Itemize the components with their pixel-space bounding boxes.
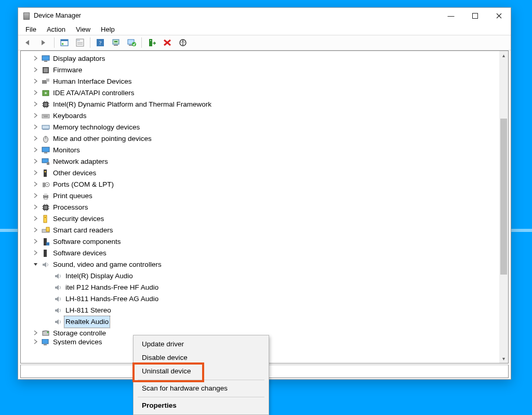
tree-device[interactable]: Realtek Audio [25, 316, 508, 328]
toolbar-show-hidden[interactable] [57, 36, 72, 49]
toolbar-help[interactable]: ? [93, 36, 108, 49]
tree-category[interactable]: Print queues [25, 190, 508, 202]
tree-category[interactable]: Sound, video and game controllers [25, 259, 508, 270]
tree-category-label[interactable]: Network adapters [52, 156, 109, 167]
tree-category-label[interactable]: Other devices [52, 167, 97, 179]
expand-icon[interactable] [32, 55, 39, 62]
menu-action[interactable]: Action [43, 24, 70, 34]
toolbar-delete[interactable] [160, 36, 175, 49]
tree-category-label[interactable]: Keyboards [52, 110, 88, 122]
expand-icon[interactable] [32, 112, 39, 119]
tree-category[interactable]: Ports (COM & LPT) [25, 179, 508, 190]
expand-icon[interactable] [32, 77, 39, 85]
menu-file[interactable]: File [21, 24, 41, 34]
tree-category-label[interactable]: Storage controlle [52, 328, 107, 339]
tree-category[interactable]: Human Interface Devices [25, 76, 508, 87]
toolbar-enable-device[interactable] [109, 36, 123, 49]
toolbar-scan-hardware[interactable] [176, 36, 190, 49]
tree-category-label[interactable]: Monitors [52, 145, 81, 156]
tree-category[interactable]: Intel(R) Dynamic Platform and Thermal Fr… [25, 99, 508, 110]
tree-category-label[interactable]: Security devices [52, 213, 105, 225]
tree-category[interactable]: Smart card readers [25, 225, 508, 236]
expand-icon[interactable] [32, 123, 39, 131]
tree-category[interactable]: IDE ATA/ATAPI controllers [25, 87, 508, 99]
tree-category[interactable]: Software devices [25, 248, 508, 259]
tree-category-label[interactable]: Human Interface Devices [52, 76, 133, 87]
tree-device[interactable]: itel P12 Hands-Free HF Audio [25, 282, 508, 293]
expand-icon[interactable] [32, 203, 39, 211]
tree-category[interactable]: Software components [25, 236, 508, 248]
tree-category[interactable]: Keyboards [25, 110, 508, 122]
maximize-button[interactable] [463, 8, 487, 23]
menu-view[interactable]: View [72, 24, 95, 34]
expand-icon[interactable] [32, 238, 39, 245]
expand-icon[interactable] [32, 180, 39, 188]
expand-icon[interactable] [32, 89, 39, 96]
expand-icon[interactable] [32, 158, 39, 165]
context-menu-item[interactable]: Uninstall device [135, 365, 268, 378]
tree-category-label[interactable]: Smart card readers [52, 225, 114, 236]
toolbar-update-driver[interactable] [124, 36, 139, 49]
expand-icon[interactable] [32, 215, 39, 222]
tree-device[interactable]: LH-811 Hands-Free AG Audio [25, 293, 508, 305]
expand-icon[interactable] [32, 329, 39, 336]
toolbar-forward[interactable] [37, 36, 51, 49]
tree-category[interactable]: Monitors [25, 145, 508, 156]
context-menu-item[interactable]: Update driver [135, 338, 268, 351]
collapse-icon[interactable] [32, 261, 39, 268]
tree-category-label[interactable]: Memory technology devices [52, 122, 141, 133]
tree-category-label[interactable]: Ports (COM & LPT) [52, 179, 115, 190]
tree-category-label[interactable]: System devices [52, 339, 103, 345]
minimize-button[interactable]: — [439, 8, 463, 23]
tree-category-label[interactable]: Software components [52, 236, 122, 248]
context-menu-item[interactable]: Disable device [135, 351, 268, 365]
scroll-up-button[interactable]: ▴ [499, 51, 508, 60]
expand-icon[interactable] [32, 249, 39, 256]
tree-category-label[interactable]: Mice and other pointing devices [52, 133, 153, 145]
tree-category[interactable]: Other devices [25, 167, 508, 179]
device-tree[interactable]: Display adaptorsFirmwareHuman Interface … [21, 51, 508, 347]
tree-device[interactable]: LH-811 Stereo [25, 305, 508, 316]
expand-icon[interactable] [32, 192, 39, 199]
titlebar[interactable]: Device Manager — [18, 8, 511, 23]
tree-device-label[interactable]: LH-811 Stereo [64, 305, 112, 316]
tree-device-label[interactable]: LH-811 Hands-Free AG Audio [64, 293, 159, 305]
tree-device[interactable]: Intel(R) Display Audio [25, 270, 508, 282]
tree-category-label[interactable]: Firmware [52, 64, 83, 76]
vertical-scrollbar[interactable]: ▴ ▾ [499, 51, 508, 363]
expand-icon[interactable] [32, 146, 39, 153]
tree-category[interactable]: Display adaptors [25, 53, 508, 64]
tree-category-label[interactable]: IDE ATA/ATAPI controllers [52, 87, 136, 99]
expand-icon[interactable] [32, 66, 39, 73]
tree-device-label[interactable]: Intel(R) Display Audio [64, 270, 134, 282]
context-menu-item[interactable]: Scan for hardware changes [135, 382, 268, 395]
expand-icon[interactable] [32, 135, 39, 142]
menu-help[interactable]: Help [97, 24, 119, 34]
tree-category-label[interactable]: Software devices [52, 248, 108, 259]
scroll-thumb[interactable] [500, 119, 507, 275]
toolbar-properties[interactable] [73, 36, 87, 49]
expand-icon[interactable] [32, 339, 39, 345]
toolbar-back[interactable] [21, 36, 36, 49]
tree-category-label[interactable]: Display adaptors [52, 53, 107, 64]
toolbar-uninstall-device[interactable] [144, 36, 159, 49]
close-button[interactable] [487, 8, 511, 23]
scroll-down-button[interactable]: ▾ [499, 354, 508, 363]
tree-category[interactable]: Security devices [25, 213, 508, 225]
tree-category[interactable]: Processors [25, 202, 508, 213]
expand-icon[interactable] [32, 226, 39, 234]
tree-device-label[interactable]: itel P12 Hands-Free HF Audio [64, 282, 159, 293]
expand-icon[interactable] [32, 169, 39, 176]
tree-category[interactable]: Network adapters [25, 156, 508, 167]
tree-category-label[interactable]: Print queues [52, 190, 94, 202]
context-menu-item[interactable]: Properties [135, 399, 268, 412]
svg-rect-29 [42, 125, 49, 129]
tree-category-label[interactable]: Processors [52, 202, 89, 213]
tree-category-label[interactable]: Intel(R) Dynamic Platform and Thermal Fr… [52, 99, 212, 110]
tree-category[interactable]: Firmware [25, 64, 508, 76]
tree-category-label[interactable]: Sound, video and game controllers [52, 259, 163, 270]
tree-device-label[interactable]: Realtek Audio [64, 316, 110, 328]
expand-icon[interactable] [32, 100, 39, 108]
tree-category[interactable]: Mice and other pointing devices [25, 133, 508, 145]
tree-category[interactable]: Memory technology devices [25, 122, 508, 133]
